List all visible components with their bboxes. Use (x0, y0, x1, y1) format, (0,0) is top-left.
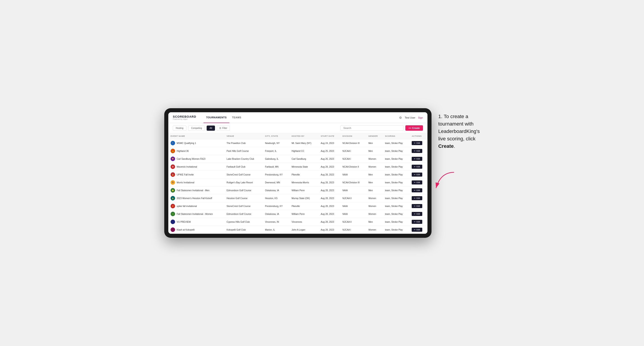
edit-button[interactable]: ✏ Edit (412, 141, 422, 145)
table-header: EVENT NAME VENUE CITY, STATE HOSTED BY S… (168, 133, 428, 139)
team-logo: 🥇 (170, 172, 175, 177)
cell-event-name: ⚡ upike fall invitational (168, 202, 224, 210)
cell-gender: Women (366, 194, 383, 202)
edit-button[interactable]: ✏ Edit (412, 212, 422, 216)
cell-venue: StoneCrest Golf Course (224, 202, 263, 210)
cell-event-name: 🦅 Morris Invitational (168, 179, 224, 186)
cell-event-name: 🏌 MSMC Qualifying 1 (168, 139, 224, 147)
col-scoring: SCORING (383, 133, 410, 139)
brand-logo: SCOREBOARD Powered by clippit (173, 115, 196, 120)
cell-start-date: Aug 28, 2023 (318, 210, 340, 218)
cell-scoring: team, Stroke Play (383, 179, 410, 186)
edit-button[interactable]: ✏ Edit (412, 180, 422, 184)
cell-division: NJCAA I (340, 226, 366, 234)
table-row: ⚡ upike fall invitational StoneCrest Gol… (168, 202, 428, 210)
sign-link[interactable]: Sign (418, 116, 423, 119)
competing-filter-btn[interactable]: Competing (188, 126, 205, 131)
edit-button[interactable]: ✏ Edit (412, 165, 422, 169)
cell-hosted-by: Vincennes (289, 218, 318, 226)
event-name-text: Morris Invitational (177, 181, 194, 184)
pencil-icon: ✏ (414, 197, 416, 199)
cell-scoring: team, Stroke Play (383, 139, 410, 147)
cell-city-state: Freeport, IL (263, 147, 289, 155)
cell-start-date: Aug 28, 2023 (318, 202, 340, 210)
pencil-icon: ✏ (414, 150, 416, 152)
cell-division: NCAA Division II (340, 163, 366, 171)
cell-actions: ✏ Edit (410, 186, 428, 194)
edit-button[interactable]: ✏ Edit (412, 228, 422, 232)
team-logo: 🌟 (170, 188, 175, 192)
cell-hosted-by: Minnesota-Morris (289, 179, 318, 186)
cell-hosted-by: William Penn (289, 210, 318, 218)
cell-event-name: 🌿 Fall Statesmen Invitational - Women (168, 210, 224, 218)
pencil-icon: ✏ (414, 189, 416, 191)
tab-teams[interactable]: TEAMS (230, 112, 244, 123)
cell-gender: Men (366, 147, 383, 155)
edit-button[interactable]: ✏ Edit (412, 173, 422, 176)
brand-subtitle: Powered by clippit (173, 118, 196, 120)
team-logo: 🎖 (170, 220, 175, 224)
cell-city-state: Deerwood, MN (263, 179, 289, 186)
all-filter-btn[interactable]: All (207, 126, 215, 131)
table-row: 🎯 Maverick Invitational Faribault Golf C… (168, 163, 428, 171)
tab-tournaments[interactable]: TOURNAMENTS (204, 112, 230, 123)
cell-division: NCAA Division III (340, 139, 366, 147)
team-logo: 🏆 (170, 157, 175, 161)
edit-label: Edit (416, 173, 420, 176)
cell-actions: ✏ Edit (410, 155, 428, 163)
search-input[interactable] (340, 125, 404, 131)
cell-scoring: team, Stroke Play (383, 163, 410, 171)
col-actions: ACTIONS (410, 133, 428, 139)
table-row: 🦅 Morris Invitational Ruttger's Bay Lake… (168, 179, 428, 186)
cell-division: NAIA (340, 210, 366, 218)
cell-start-date: Aug 28, 2023 (318, 194, 340, 202)
team-logo: 🏌 (170, 141, 175, 145)
edit-label: Edit (416, 197, 420, 199)
cell-start-date: Aug 28, 2023 (318, 179, 340, 186)
edit-label: Edit (416, 213, 420, 215)
cell-city-state: Prestonsburg, KY (263, 171, 289, 179)
cell-actions: ✏ Edit (410, 163, 428, 171)
event-name-text: Maverick Invitational (177, 166, 197, 168)
arrow-icon (434, 170, 461, 192)
cell-city-state: Marion, IL (263, 226, 289, 234)
table-row: 🌟 Fall Statesmen Invitational - Men Edmu… (168, 186, 428, 194)
cell-actions: ✏ Edit (410, 226, 428, 234)
cell-hosted-by: Mt. Saint Mary (NY) (289, 139, 318, 147)
cell-hosted-by: Highland CC (289, 147, 318, 155)
edit-button[interactable]: ✏ Edit (412, 149, 422, 153)
cell-event-name: 🏵 Klash at Kokopelli (168, 226, 224, 234)
cell-venue: StoneCrest Golf Course (224, 171, 263, 179)
event-name-text: Carl Sandburg Women FA23 (177, 158, 206, 160)
cell-venue: Kokopelli Golf Club (224, 226, 263, 234)
edit-button[interactable]: ✏ Edit (412, 188, 422, 192)
gear-icon[interactable]: ⚙ (399, 116, 402, 120)
col-division: DIVISION (340, 133, 366, 139)
cell-event-name: 🎯 Maverick Invitational (168, 163, 224, 171)
annotation-line4: live scoring, click (438, 136, 476, 142)
filter-icon-btn[interactable]: ☰ Filter (217, 126, 230, 131)
edit-button[interactable]: ✏ Edit (412, 157, 422, 161)
edit-button[interactable]: ✏ Edit (412, 204, 422, 208)
table-row: 🏌 MSMC Qualifying 1 The Powelton Club Ne… (168, 139, 428, 147)
pencil-icon: ✏ (414, 221, 416, 223)
edit-button[interactable]: ✏ Edit (412, 220, 422, 224)
edit-label: Edit (416, 181, 420, 183)
annotation-bold: Create (438, 143, 454, 149)
annotation-line2: tournament with (438, 121, 474, 127)
cell-venue: The Powelton Club (224, 139, 263, 147)
annotation-text: 1. To create a tournament with Leaderboa… (438, 113, 480, 150)
pencil-icon: ✏ (414, 166, 416, 168)
edit-button[interactable]: ✏ Edit (412, 196, 422, 200)
cell-actions: ✏ Edit (410, 171, 428, 179)
cell-city-state: Prestonsburg, KY (263, 202, 289, 210)
cell-hosted-by: Pikeville (289, 171, 318, 179)
cell-actions: ✏ Edit (410, 179, 428, 186)
hosting-filter-btn[interactable]: Hosting (173, 126, 186, 131)
cell-division: NAIA (340, 186, 366, 194)
team-logo: 🎯 (170, 165, 175, 169)
create-button[interactable]: + + Create (405, 125, 423, 131)
cell-hosted-by: Murray State (OK) (289, 194, 318, 202)
col-venue: VENUE (224, 133, 263, 139)
edit-label: Edit (416, 158, 420, 160)
